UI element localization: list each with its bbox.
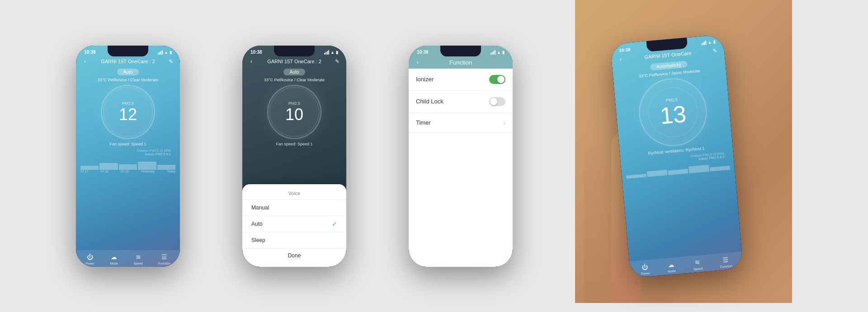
phone4-time: 10:38 bbox=[619, 47, 631, 52]
ionizer-label: Ionizer bbox=[416, 76, 434, 83]
signal-icon-2 bbox=[324, 50, 329, 55]
popup-item-sleep[interactable]: Sleep bbox=[242, 233, 346, 248]
childlock-knob bbox=[490, 98, 497, 105]
popup-item-manual[interactable]: Manual bbox=[242, 200, 346, 216]
phone1-pm-area: PM2.5 12 bbox=[76, 85, 180, 139]
edit-icon[interactable]: ✎ bbox=[167, 58, 175, 65]
ionizer-toggle[interactable] bbox=[489, 75, 505, 84]
mode-icon-4: ☁ bbox=[667, 260, 676, 269]
chart-bar-3 bbox=[119, 164, 137, 170]
wifi-icon: ▲ bbox=[164, 50, 168, 55]
nav-mode[interactable]: ☁ Mode bbox=[110, 253, 118, 265]
phone2-pm-value: 10 bbox=[285, 107, 303, 123]
mode-icon: ☁ bbox=[110, 253, 118, 261]
edit-icon-4[interactable]: ✎ bbox=[711, 47, 719, 54]
nav-power-4[interactable]: ⏻ Power bbox=[640, 262, 650, 275]
phone3-time: 10:38 bbox=[417, 50, 429, 55]
chart-label-1: 07.17 bbox=[80, 170, 89, 173]
back-icon-4[interactable]: ‹ bbox=[617, 56, 624, 62]
battery-icon-3: ▮ bbox=[502, 50, 505, 55]
phone2: 10:38 ▲ ▮ ‹ GARNI 15T OneCare : 2 ✎ bbox=[242, 46, 346, 267]
phone1-mode-badge[interactable]: Auto bbox=[117, 69, 139, 75]
phone2-time: 10:38 bbox=[250, 50, 262, 55]
phone4-screen: 10:38 ▲ ▮ ‹ GARNI 15T OneCare ✎ bbox=[610, 34, 743, 278]
phone4-mode-badge[interactable]: Automatický bbox=[650, 61, 688, 70]
back-icon-2[interactable]: ‹ bbox=[248, 58, 255, 65]
back-icon[interactable]: ‹ bbox=[81, 58, 89, 65]
nav-speed-label-4: Speed bbox=[693, 266, 703, 270]
nav-speed-4[interactable]: ≋ Speed bbox=[693, 258, 703, 271]
phone4-section: 10:38 ▲ ▮ ‹ GARNI 15T OneCare ✎ bbox=[575, 9, 792, 303]
phone2-app-header: ‹ GARNI 15T OneCare : 2 ✎ bbox=[242, 56, 346, 67]
phone2-status-icons: ▲ ▮ bbox=[324, 50, 338, 55]
chevron-right-icon: › bbox=[503, 119, 505, 126]
phone2-section: 10:38 ▲ ▮ ‹ GARNI 15T OneCare : 2 ✎ bbox=[242, 9, 346, 303]
chart-bar-1 bbox=[80, 166, 99, 170]
childlock-toggle[interactable] bbox=[489, 97, 505, 106]
chart-bar-2 bbox=[99, 163, 118, 170]
phone3-function-title: Function bbox=[421, 59, 500, 66]
phone1-screen: 10:38 ▲ ▮ ‹ GARNI 15T OneCare : 2 ✎ bbox=[76, 46, 180, 267]
phone2-pm-area: PM2.5 10 bbox=[242, 85, 346, 139]
nav-function-4[interactable]: ☰ Function bbox=[719, 255, 732, 268]
chart-label-3: 07.19 bbox=[121, 170, 129, 173]
check-icon: ✓ bbox=[332, 220, 337, 228]
phone4-pm-label: PM2.5 bbox=[666, 97, 678, 102]
phone2-mode-badge[interactable]: Auto bbox=[283, 69, 306, 75]
phone2-device-title: GARNI 15T OneCare : 2 bbox=[255, 59, 334, 64]
phone1-notch bbox=[108, 46, 148, 56]
battery-icon-2: ▮ bbox=[336, 50, 338, 55]
signal-icon bbox=[158, 50, 163, 55]
popup-auto-label: Auto bbox=[251, 221, 263, 227]
function-icon-4: ☰ bbox=[722, 255, 731, 264]
speed-icon-4: ≋ bbox=[693, 258, 702, 267]
phone1-pm-value: 12 bbox=[119, 107, 137, 123]
popup-item-auto[interactable]: Auto ✓ bbox=[242, 216, 346, 233]
phone1-fan-speed: Fan speed: Speed 1 bbox=[76, 142, 180, 146]
function-icon: ☰ bbox=[160, 253, 168, 261]
wifi-icon-3: ▲ bbox=[497, 50, 501, 55]
chart-bar-5 bbox=[157, 165, 175, 170]
nav-function-label-4: Function bbox=[720, 264, 732, 268]
phone1-section: 10:38 ▲ ▮ ‹ GARNI 15T OneCare : 2 ✎ bbox=[76, 9, 180, 303]
function-item-ionizer: Ionizer bbox=[409, 69, 513, 91]
phone1-status-icons: ▲ ▮ bbox=[158, 50, 172, 55]
phone3-section: 10:38 ▲ ▮ ‹ Function ✎ bbox=[409, 9, 513, 303]
nav-mode-label-4: Mode bbox=[668, 269, 676, 273]
back-icon-3[interactable]: ‹ bbox=[414, 59, 421, 65]
edit-icon-2[interactable]: ✎ bbox=[334, 58, 341, 65]
phone2-notch bbox=[274, 46, 315, 56]
outdoor-label: Outdoor PM2.5 15.9994 bbox=[80, 149, 175, 152]
timer-label: Timer bbox=[416, 119, 431, 126]
chart-label-5: Today bbox=[167, 170, 175, 173]
phone4-pm-value: 13 bbox=[659, 102, 687, 127]
battery-icon: ▮ bbox=[170, 50, 172, 55]
chart-bar-4 bbox=[138, 162, 156, 170]
phone2-pm-circle: PM2.5 10 bbox=[267, 85, 321, 139]
phone1-chart: Outdoor PM2.5 15.9994 Indoor PM2.5 8.2 0… bbox=[76, 149, 180, 173]
phones-container: 10:38 ▲ ▮ ‹ GARNI 15T OneCare : 2 ✎ bbox=[0, 0, 868, 312]
phone1: 10:38 ▲ ▮ ‹ GARNI 15T OneCare : 2 ✎ bbox=[76, 46, 180, 267]
speed-icon: ≋ bbox=[134, 253, 142, 261]
chart-bars bbox=[80, 156, 175, 170]
chart-bar-4-5 bbox=[710, 166, 730, 172]
phone2-mode-wrapper: Auto bbox=[242, 67, 346, 76]
signal-icon-3 bbox=[491, 50, 495, 55]
function-list: Ionizer Child Lock Timer › bbox=[409, 69, 513, 133]
phone1-mode-wrapper: Auto bbox=[76, 67, 180, 76]
phone3-status-icons: ▲ ▮ bbox=[491, 50, 505, 55]
chart-label-2: 07.18 bbox=[100, 170, 108, 173]
phone1-device-title: GARNI 15T OneCare : 2 bbox=[89, 59, 167, 64]
nav-speed-label: Speed bbox=[133, 262, 142, 265]
function-item-childlock: Child Lock bbox=[409, 91, 513, 113]
nav-function[interactable]: ☰ Function bbox=[158, 253, 170, 265]
battery-icon-4: ▮ bbox=[713, 39, 716, 44]
nav-mode-4[interactable]: ☁ Mode bbox=[667, 260, 676, 273]
nav-power[interactable]: ⏻ Power bbox=[85, 253, 94, 265]
function-item-timer[interactable]: Timer › bbox=[409, 113, 513, 133]
power-icon: ⏻ bbox=[86, 253, 94, 261]
nav-speed[interactable]: ≋ Speed bbox=[133, 253, 142, 265]
popup-done-btn[interactable]: Done bbox=[242, 248, 346, 262]
phone2-pm-label: PM2.5 bbox=[288, 101, 300, 106]
phone4: 10:38 ▲ ▮ ‹ GARNI 15T OneCare ✎ bbox=[610, 34, 743, 278]
